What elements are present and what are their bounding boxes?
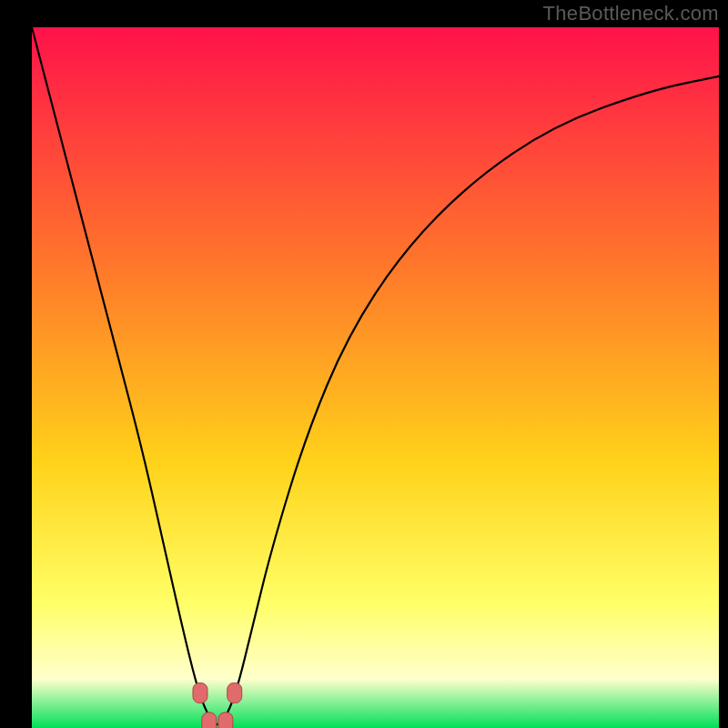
gradient-background bbox=[32, 27, 719, 728]
watermark-text: TheBottleneck.com bbox=[543, 2, 719, 25]
plot-area bbox=[32, 27, 719, 728]
curve-marker bbox=[218, 713, 233, 728]
curve-marker bbox=[193, 683, 207, 703]
bottleneck-chart bbox=[32, 27, 719, 728]
chart-frame: TheBottleneck.com bbox=[0, 0, 728, 728]
curve-marker bbox=[228, 683, 242, 703]
curve-marker bbox=[202, 713, 217, 728]
